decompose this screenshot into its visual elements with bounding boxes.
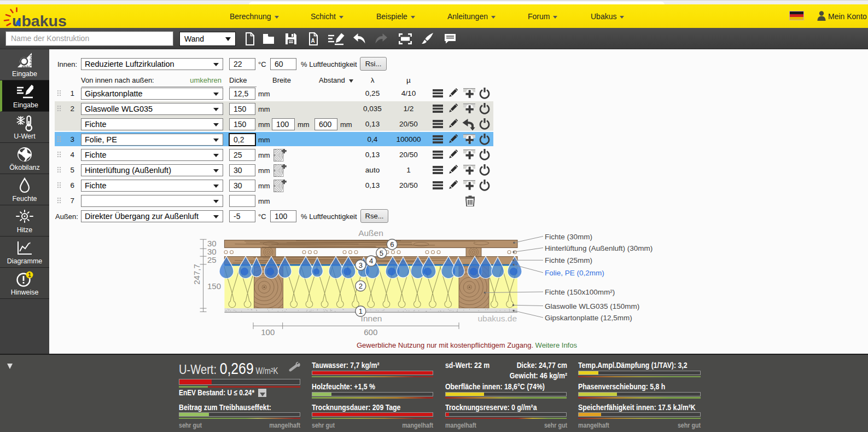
svg-text:Fichte (30mm): Fichte (30mm) — [545, 233, 592, 241]
svg-text:5: 5 — [380, 249, 383, 257]
svg-text:2: 2 — [359, 282, 363, 290]
svg-text:25: 25 — [207, 255, 217, 264]
svg-text:Folie, PE (0,2mm): Folie, PE (0,2mm) — [545, 269, 604, 277]
svg-text:3: 3 — [359, 261, 363, 269]
svg-text:Hinterlüftung (Außenluft) (30m: Hinterlüftung (Außenluft) (30mm) — [545, 244, 653, 252]
svg-text:Fichte (150x100mm²): Fichte (150x100mm²) — [545, 288, 615, 296]
svg-text:1: 1 — [28, 272, 31, 278]
svg-text:Gipskartonplatte (12,5mm): Gipskartonplatte (12,5mm) — [545, 314, 632, 322]
svg-text:6: 6 — [390, 240, 394, 249]
svg-text:4: 4 — [369, 257, 373, 265]
svg-text:A: A — [311, 38, 315, 44]
svg-text:Außen: Außen — [358, 228, 383, 238]
svg-text:Innen: Innen — [361, 314, 382, 323]
svg-text:Glaswolle WLG035 (150mm): Glaswolle WLG035 (150mm) — [545, 302, 639, 310]
svg-text:150: 150 — [207, 281, 221, 291]
svg-text:ubakus: ubakus — [12, 12, 67, 30]
svg-text:Fichte (25mm): Fichte (25mm) — [545, 256, 592, 264]
svg-text:ubakus.de: ubakus.de — [477, 314, 517, 323]
svg-text:247,7: 247,7 — [192, 264, 201, 285]
svg-text:100: 100 — [261, 327, 275, 337]
svg-text:600: 600 — [364, 327, 377, 337]
